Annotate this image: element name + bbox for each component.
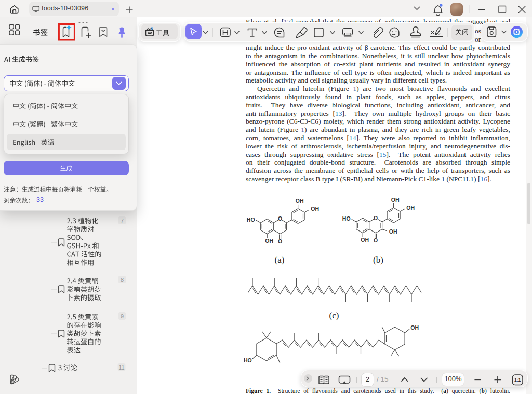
svg-text:HO: HO — [244, 357, 252, 363]
svg-text:8: 8 — [121, 277, 124, 283]
svg-text:O: O — [278, 238, 282, 244]
svg-text:HO: HO — [247, 216, 255, 223]
svg-text:9: 9 — [121, 313, 124, 319]
svg-text:11: 11 — [118, 364, 124, 371]
svg-text:OH: OH — [389, 228, 397, 235]
svg-text:OH: OH — [410, 324, 419, 331]
svg-text:OH: OH — [361, 237, 369, 243]
svg-text:OH: OH — [406, 205, 415, 211]
svg-text:1:1: 1:1 — [514, 377, 521, 383]
svg-text:7: 7 — [121, 218, 124, 224]
svg-text:O: O — [374, 237, 378, 243]
svg-text:OH: OH — [311, 206, 319, 212]
svg-text:OH: OH — [296, 198, 304, 204]
svg-text:O: O — [278, 215, 282, 222]
svg-text:O: O — [374, 215, 378, 221]
svg-text:(c): (c) — [329, 310, 339, 320]
svg-text:OH: OH — [265, 238, 273, 244]
svg-text:(a): (a) — [275, 255, 285, 265]
svg-text:OH: OH — [391, 197, 400, 203]
svg-text:HO: HO — [342, 215, 351, 222]
svg-text:(b): (b) — [373, 255, 383, 265]
